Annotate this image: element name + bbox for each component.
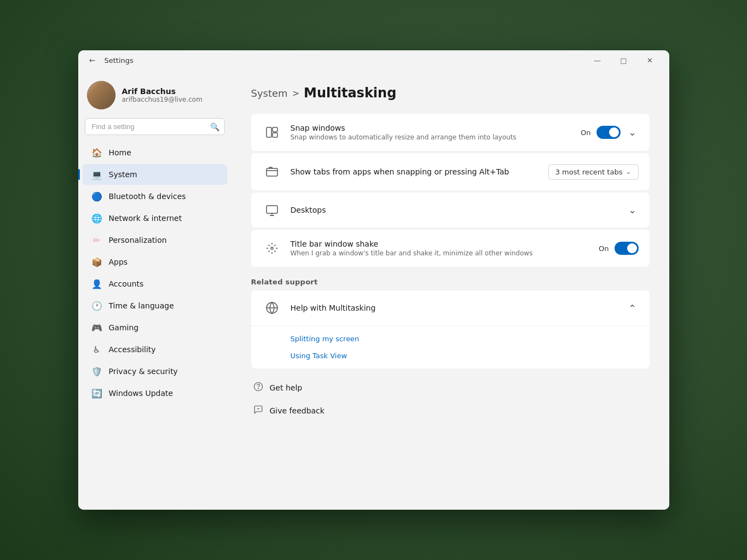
sidebar-item-home[interactable]: 🏠 Home	[83, 142, 227, 163]
sidebar-item-apps[interactable]: 📦 Apps	[83, 252, 227, 272]
get-help-label: Get help	[270, 383, 303, 392]
chevron-down-icon: ⌄	[626, 168, 631, 176]
user-name: Arif Bacchus	[122, 87, 202, 96]
search-input[interactable]	[85, 118, 225, 135]
title-bar-row: Title bar window shake When I grab a win…	[251, 230, 650, 267]
close-button[interactable]: ✕	[638, 51, 663, 69]
desktops-text: Desktops	[291, 206, 617, 214]
sidebar-label-update: Windows Update	[109, 389, 173, 398]
sidebar-item-accounts[interactable]: 👤 Accounts	[83, 273, 227, 294]
sidebar-label-privacy: Privacy & security	[109, 367, 178, 376]
desktops-card: Desktops ⌄	[251, 192, 650, 228]
desktops-row[interactable]: Desktops ⌄	[251, 192, 650, 228]
avatar	[87, 81, 115, 109]
sidebar-label-network: Network & internet	[109, 214, 182, 223]
privacy-icon: 🛡️	[91, 366, 102, 377]
sidebar-label-time: Time & language	[109, 301, 174, 310]
help-collapse-btn[interactable]: ⌄	[626, 300, 639, 316]
update-icon: 🔄	[91, 388, 102, 399]
show-tabs-row: Show tabs from apps when snapping or pre…	[251, 153, 650, 190]
give-feedback-link[interactable]: Give feedback	[251, 400, 650, 421]
sidebar-label-bluetooth: Bluetooth & devices	[109, 192, 186, 201]
back-button[interactable]: ←	[85, 52, 100, 68]
snap-windows-toggle[interactable]	[597, 126, 621, 139]
title-bar-card: Title bar window shake When I grab a win…	[251, 230, 650, 267]
bluetooth-icon: 🔵	[91, 191, 102, 202]
show-tabs-value: 3 most recent tabs	[555, 168, 623, 176]
svg-point-7	[254, 383, 262, 391]
accessibility-icon: ♿	[91, 344, 102, 355]
snap-windows-text: Snap windows Snap windows to automatical…	[291, 124, 572, 141]
show-tabs-control: 3 most recent tabs ⌄	[548, 164, 639, 180]
search-icon: 🔍	[210, 122, 219, 131]
help-globe-icon	[262, 298, 282, 318]
snap-windows-card: Snap windows Snap windows to automatical…	[251, 114, 650, 151]
titlebar-title: Settings	[105, 56, 134, 65]
sidebar-item-personalization[interactable]: ✏️ Personalization	[83, 230, 227, 250]
home-icon: 🏠	[91, 147, 102, 158]
sidebar-item-time[interactable]: 🕐 Time & language	[83, 295, 227, 316]
snap-windows-desc: Snap windows to automatically resize and…	[291, 133, 572, 141]
title-bar-icon	[262, 238, 282, 258]
network-icon: 🌐	[91, 213, 102, 224]
sidebar-label-system: System	[109, 170, 137, 179]
show-tabs-dropdown[interactable]: 3 most recent tabs ⌄	[548, 164, 639, 180]
help-header[interactable]: Help with Multitasking ⌄	[251, 290, 650, 326]
user-email: arifbacchus19@live.com	[122, 96, 202, 103]
avatar-image	[87, 81, 115, 109]
snap-windows-title: Snap windows	[291, 124, 572, 132]
apps-icon: 📦	[91, 256, 102, 267]
svg-rect-3	[267, 168, 277, 176]
get-help-icon	[253, 382, 263, 394]
sidebar-item-update[interactable]: 🔄 Windows Update	[83, 383, 227, 404]
minimize-button[interactable]: —	[585, 51, 610, 69]
sidebar-item-accessibility[interactable]: ♿ Accessibility	[83, 339, 227, 360]
sidebar-label-apps: Apps	[109, 258, 128, 266]
settings-window: ← Settings — □ ✕ Arif Bacchus arifbacchu…	[78, 50, 669, 510]
help-link-splitting[interactable]: Splitting my screen	[291, 330, 639, 347]
give-feedback-label: Give feedback	[270, 406, 325, 415]
sidebar-item-gaming[interactable]: 🎮 Gaming	[83, 317, 227, 338]
title-bar-state: On	[599, 244, 609, 253]
titlebar: ← Settings — □ ✕	[78, 50, 669, 70]
sidebar-item-network[interactable]: 🌐 Network & internet	[83, 208, 227, 229]
content-area: Arif Bacchus arifbacchus19@live.com 🔍 🏠 …	[78, 70, 669, 510]
breadcrumb: System > Multitasking	[251, 85, 650, 101]
breadcrumb-separator: >	[292, 88, 299, 98]
title-bar-text: Title bar window shake When I grab a win…	[291, 240, 590, 257]
svg-point-8	[258, 388, 258, 389]
desktops-expand[interactable]: ⌄	[626, 202, 639, 218]
sidebar-label-accounts: Accounts	[109, 279, 144, 288]
maximize-button[interactable]: □	[611, 51, 636, 69]
window-controls: — □ ✕	[585, 51, 663, 69]
sidebar-item-system[interactable]: 💻 System	[83, 164, 227, 185]
svg-rect-0	[267, 127, 271, 137]
snap-windows-control: On ⌄	[581, 124, 638, 141]
breadcrumb-parent[interactable]: System	[251, 88, 288, 99]
help-link-taskview[interactable]: Using Task View	[291, 347, 639, 364]
svg-rect-2	[273, 133, 277, 137]
title-bar-toggle[interactable]	[615, 242, 639, 255]
user-info: Arif Bacchus arifbacchus19@live.com	[122, 87, 202, 103]
svg-point-5	[271, 247, 273, 249]
show-tabs-card: Show tabs from apps when snapping or pre…	[251, 153, 650, 190]
sidebar-label-home: Home	[109, 148, 131, 157]
sidebar-item-bluetooth[interactable]: 🔵 Bluetooth & devices	[83, 186, 227, 207]
breadcrumb-current: Multitasking	[304, 85, 396, 101]
main-content: System > Multitasking Snap windows	[231, 70, 669, 510]
user-profile: Arif Bacchus arifbacchus19@live.com	[78, 77, 231, 118]
help-links: Splitting my screen Using Task View	[251, 326, 650, 369]
help-card: Help with Multitasking ⌄ Splitting my sc…	[251, 290, 650, 369]
snap-windows-expand[interactable]: ⌄	[626, 124, 639, 141]
help-title: Help with Multitasking	[291, 304, 617, 312]
snap-windows-icon	[262, 122, 282, 142]
footer-links: Get help Give feedback	[251, 377, 650, 421]
get-help-link[interactable]: Get help	[251, 377, 650, 398]
title-bar-desc: When I grab a window's title bar and sha…	[291, 249, 590, 257]
personalization-icon: ✏️	[91, 235, 102, 246]
sidebar-item-privacy[interactable]: 🛡️ Privacy & security	[83, 361, 227, 382]
accounts-icon: 👤	[91, 278, 102, 289]
title-bar-title: Title bar window shake	[291, 240, 590, 248]
give-feedback-icon	[253, 405, 263, 417]
related-support-label: Related support	[251, 278, 650, 286]
